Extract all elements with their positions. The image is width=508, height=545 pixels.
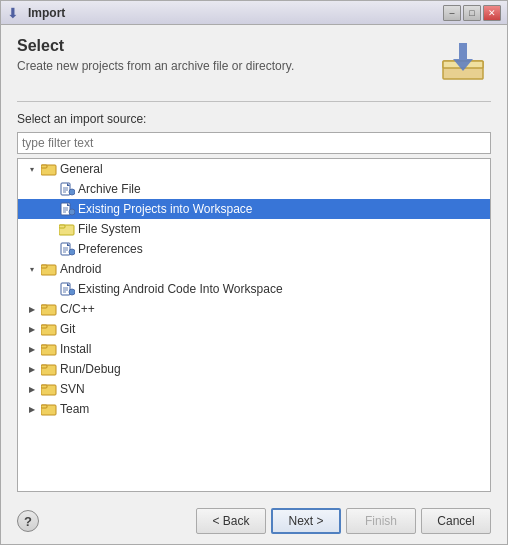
tree-item-team[interactable]: ▶ Team	[18, 399, 490, 419]
maximize-button[interactable]: □	[463, 5, 481, 21]
header-divider	[17, 101, 491, 102]
item-label: Git	[60, 322, 75, 336]
title-bar: ⬇ Import – □ ✕	[1, 1, 507, 25]
header-section: Select Create new projects from an archi…	[17, 37, 491, 85]
item-icon	[41, 322, 57, 336]
expand-arrow[interactable]: ▶	[26, 343, 38, 355]
svg-rect-36	[41, 325, 47, 328]
main-content: Select Create new projects from an archi…	[1, 25, 507, 500]
import-window: ⬇ Import – □ ✕ Select Create new project…	[0, 0, 508, 545]
svg-rect-40	[41, 365, 47, 368]
item-label: General	[60, 162, 103, 176]
next-button[interactable]: Next >	[271, 508, 341, 534]
item-icon	[41, 402, 57, 416]
close-button[interactable]: ✕	[483, 5, 501, 21]
expand-arrow[interactable]: ▶	[26, 303, 38, 315]
item-label: Team	[60, 402, 89, 416]
expand-arrow	[44, 243, 56, 255]
item-icon	[59, 282, 75, 296]
item-icon	[41, 302, 57, 316]
item-icon	[41, 162, 57, 176]
expand-arrow	[44, 283, 56, 295]
tree-item-archive[interactable]: Archive File	[18, 179, 490, 199]
item-label: Preferences	[78, 242, 143, 256]
page-subtitle: Create new projects from an archive file…	[17, 59, 427, 73]
expand-arrow[interactable]: ▾	[26, 263, 38, 275]
item-label: SVN	[60, 382, 85, 396]
item-icon	[59, 222, 75, 236]
back-button[interactable]: < Back	[196, 508, 266, 534]
tree-item-android-existing[interactable]: Existing Android Code Into Workspace	[18, 279, 490, 299]
svg-rect-4	[41, 165, 47, 168]
item-label: Archive File	[78, 182, 141, 196]
svg-point-24	[69, 249, 75, 255]
svg-point-32	[69, 289, 75, 295]
expand-arrow[interactable]: ▶	[26, 383, 38, 395]
item-label: File System	[78, 222, 141, 236]
tree-item-install[interactable]: ▶ Install	[18, 339, 490, 359]
tree-item-git[interactable]: ▶ Git	[18, 319, 490, 339]
tree-container[interactable]: ▾ General Archive File	[17, 158, 491, 492]
item-label: Android	[60, 262, 101, 276]
svg-rect-42	[41, 385, 47, 388]
item-icon	[41, 342, 57, 356]
item-label: Install	[60, 342, 91, 356]
filter-input[interactable]	[17, 132, 491, 154]
tree-item-filesystem[interactable]: File System	[18, 219, 490, 239]
expand-arrow	[44, 223, 56, 235]
svg-rect-34	[41, 305, 47, 308]
svg-rect-44	[41, 405, 47, 408]
minimize-button[interactable]: –	[443, 5, 461, 21]
finish-button[interactable]: Finish	[346, 508, 416, 534]
expand-arrow[interactable]: ▶	[26, 403, 38, 415]
tree-item-rundebug[interactable]: ▶ Run/Debug	[18, 359, 490, 379]
item-icon	[59, 242, 75, 256]
expand-arrow	[44, 183, 56, 195]
item-label: Existing Android Code Into Workspace	[78, 282, 283, 296]
window-icon: ⬇	[7, 5, 23, 21]
item-icon	[41, 262, 57, 276]
item-icon	[41, 382, 57, 396]
item-icon	[41, 362, 57, 376]
expand-arrow[interactable]: ▶	[26, 323, 38, 335]
nav-buttons: < Back Next > Finish Cancel	[196, 508, 491, 534]
expand-arrow[interactable]: ▾	[26, 163, 38, 175]
tree-item-general[interactable]: ▾ General	[18, 159, 490, 179]
window-title: Import	[28, 6, 443, 20]
item-label: C/C++	[60, 302, 95, 316]
button-bar: ? < Back Next > Finish Cancel	[1, 500, 507, 544]
tree-item-svn[interactable]: ▶ SVN	[18, 379, 490, 399]
svg-point-16	[69, 209, 75, 215]
cancel-button[interactable]: Cancel	[421, 508, 491, 534]
expand-arrow	[44, 203, 56, 215]
svg-rect-26	[41, 265, 47, 268]
item-icon	[59, 182, 75, 196]
svg-rect-18	[59, 225, 65, 228]
page-title: Select	[17, 37, 427, 55]
tree-item-android[interactable]: ▾ Android	[18, 259, 490, 279]
tree-item-cpp[interactable]: ▶ C/C++	[18, 299, 490, 319]
source-label: Select an import source:	[17, 112, 491, 126]
svg-rect-38	[41, 345, 47, 348]
expand-arrow[interactable]: ▶	[26, 363, 38, 375]
item-label: Existing Projects into Workspace	[78, 202, 253, 216]
item-icon	[59, 202, 75, 216]
svg-point-10	[69, 189, 75, 195]
tree-item-existing-projects[interactable]: Existing Projects into Workspace	[18, 199, 490, 219]
help-button[interactable]: ?	[17, 510, 39, 532]
header-text: Select Create new projects from an archi…	[17, 37, 427, 73]
item-label: Run/Debug	[60, 362, 121, 376]
title-bar-buttons: – □ ✕	[443, 5, 501, 21]
import-icon-svg	[437, 39, 489, 83]
tree-item-preferences[interactable]: Preferences	[18, 239, 490, 259]
header-icon	[435, 37, 491, 85]
